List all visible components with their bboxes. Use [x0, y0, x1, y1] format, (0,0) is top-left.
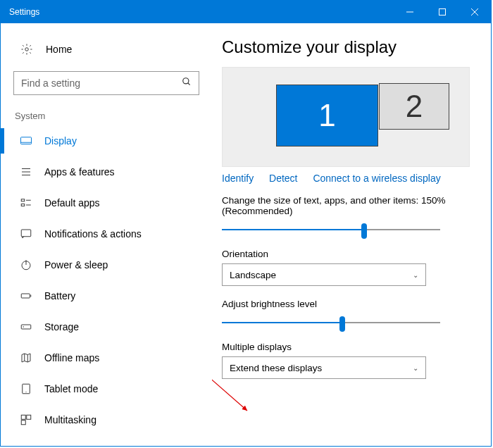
titlebar: Settings [1, 1, 491, 23]
sidebar-item-label: Multitasking [44, 414, 96, 425]
search-box[interactable] [13, 71, 199, 95]
sidebar-item-storage[interactable]: Storage [1, 311, 212, 342]
default-apps-icon [19, 196, 33, 210]
sidebar-item-default-apps[interactable]: Default apps [1, 187, 212, 218]
gear-icon [20, 43, 33, 56]
home-button[interactable]: Home [1, 35, 212, 64]
svg-rect-7 [21, 137, 32, 144]
svg-point-22 [23, 326, 25, 328]
page-title: Customize your display [222, 37, 470, 57]
battery-icon [19, 289, 33, 303]
orientation-label: Orientation [222, 249, 470, 259]
sidebar-item-label: Display [44, 135, 77, 147]
svg-rect-1 [439, 9, 446, 15]
sidebar: Home System Display Apps & features Defa… [1, 23, 212, 446]
sidebar-item-label: Storage [44, 321, 79, 332]
multiple-displays-dropdown[interactable]: Extend these displays ⌄ [222, 356, 426, 379]
search-input[interactable] [21, 77, 182, 89]
brightness-slider[interactable] [222, 316, 440, 329]
svg-rect-16 [21, 230, 31, 237]
scale-label: Change the size of text, apps, and other… [222, 195, 470, 216]
apps-icon [19, 165, 33, 179]
slider-fill [222, 229, 364, 230]
content-pane: Customize your display 1 2 Identify Dete… [212, 23, 491, 446]
svg-rect-29 [21, 421, 25, 425]
scale-slider[interactable] [222, 223, 440, 236]
sidebar-item-label: Notifications & actions [44, 228, 142, 239]
display-arrangement[interactable]: 1 2 [222, 67, 470, 167]
multiple-displays-value: Extend these displays [230, 363, 322, 373]
close-button[interactable] [458, 1, 491, 23]
sidebar-item-label: Apps & features [44, 166, 115, 178]
monitor-2[interactable]: 2 [379, 83, 449, 130]
sidebar-item-label: Tablet mode [44, 383, 98, 394]
brightness-label: Adjust brightness level [222, 299, 470, 309]
svg-line-6 [188, 83, 190, 85]
storage-icon [19, 320, 33, 334]
sidebar-item-maps[interactable]: Offline maps [1, 342, 212, 373]
slider-thumb[interactable] [361, 223, 367, 239]
minimize-button[interactable] [394, 1, 426, 23]
svg-rect-27 [21, 415, 25, 419]
multitasking-icon [19, 413, 33, 427]
tablet-icon [19, 382, 33, 396]
window-title: Settings [1, 7, 394, 17]
sidebar-item-label: Power & sleep [44, 259, 108, 270]
svg-point-4 [25, 48, 29, 51]
identify-link[interactable]: Identify [222, 173, 254, 184]
sidebar-item-apps[interactable]: Apps & features [1, 156, 212, 187]
sidebar-item-label: Default apps [44, 197, 100, 209]
wireless-display-link[interactable]: Connect to a wireless display [313, 173, 440, 184]
monitor-1[interactable]: 1 [276, 85, 378, 147]
sidebar-item-power[interactable]: Power & sleep [1, 249, 212, 280]
display-icon [19, 134, 33, 148]
display-links: Identify Detect Connect to a wireless di… [222, 173, 470, 184]
home-label: Home [46, 44, 72, 55]
sidebar-item-display[interactable]: Display [1, 125, 212, 156]
sidebar-item-tablet[interactable]: Tablet mode [1, 373, 212, 404]
settings-window: Settings Home System Display [0, 0, 492, 447]
sidebar-item-battery[interactable]: Battery [1, 280, 212, 311]
chevron-down-icon: ⌄ [413, 271, 418, 279]
slider-fill [222, 322, 342, 323]
sidebar-item-label: Battery [44, 290, 75, 301]
sidebar-item-multitasking[interactable]: Multitasking [1, 404, 212, 435]
chevron-down-icon: ⌄ [413, 364, 418, 372]
search-icon [182, 77, 192, 89]
orientation-value: Landscape [230, 270, 276, 280]
group-label-system: System [1, 95, 212, 125]
svg-rect-28 [27, 415, 31, 419]
power-icon [19, 258, 33, 272]
svg-point-26 [25, 392, 26, 392]
sidebar-item-notifications[interactable]: Notifications & actions [1, 218, 212, 249]
detect-link[interactable]: Detect [269, 173, 297, 184]
sidebar-item-label: Offline maps [44, 352, 99, 363]
multiple-displays-label: Multiple displays [222, 342, 470, 352]
svg-rect-19 [21, 294, 30, 298]
svg-point-5 [183, 78, 189, 84]
notifications-icon [19, 227, 33, 241]
slider-thumb[interactable] [339, 316, 345, 332]
svg-rect-21 [21, 325, 31, 329]
maximize-button[interactable] [426, 1, 458, 23]
svg-rect-12 [21, 199, 25, 201]
svg-rect-14 [21, 204, 25, 206]
maps-icon [19, 351, 33, 365]
orientation-dropdown[interactable]: Landscape ⌄ [222, 263, 426, 286]
